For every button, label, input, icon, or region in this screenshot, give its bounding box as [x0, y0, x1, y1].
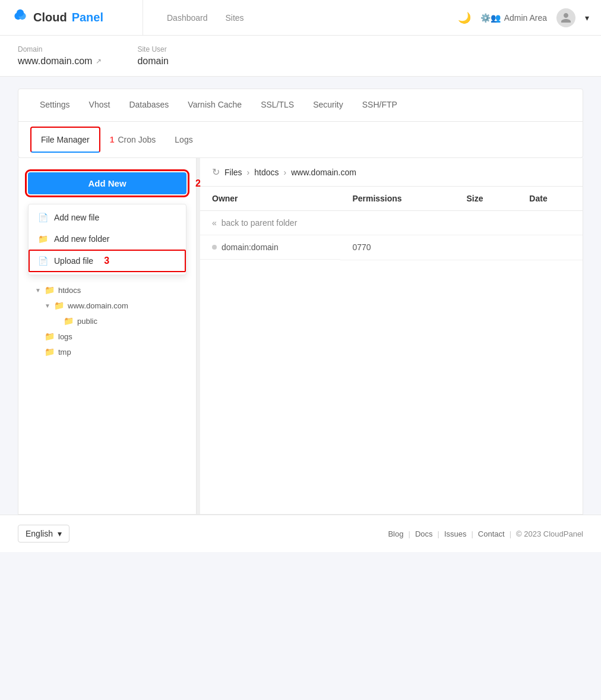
path-root[interactable]: Files: [224, 168, 242, 177]
logo[interactable]: CloudPanel: [12, 8, 131, 28]
tab-databases[interactable]: Databases: [119, 89, 178, 121]
www-folder-icon: 📁: [54, 301, 64, 310]
footer-blog-link[interactable]: Blog: [388, 529, 403, 538]
table-header-row: Owner Permissions Size Date: [200, 187, 583, 211]
svg-point-2: [17, 9, 24, 16]
path-sep-1: ›: [247, 168, 250, 177]
cron-badge: 1: [110, 135, 115, 144]
file-size-cell: [454, 235, 517, 260]
upload-file-icon: 📄: [38, 256, 48, 266]
tab-ssl-tls[interactable]: SSL/TLS: [251, 89, 303, 121]
add-new-wrapper: Add New 2: [18, 168, 196, 199]
cron-jobs-label: Cron Jobs: [118, 135, 156, 144]
external-link-icon[interactable]: ↗: [96, 57, 102, 65]
tab-varnish-cache[interactable]: Varnish Cache: [178, 89, 251, 121]
logo-panel-text: Panel: [72, 11, 103, 24]
refresh-icon[interactable]: ↻: [212, 166, 220, 178]
logs-label: logs: [58, 332, 72, 341]
tree-www-domain-com[interactable]: ▼ 📁 www.domain.com: [23, 298, 191, 313]
nav-sites[interactable]: Sites: [226, 13, 244, 23]
tree-htdocs[interactable]: ▼ 📁 htdocs: [23, 282, 191, 298]
new-folder-icon: 📁: [38, 234, 48, 244]
add-new-folder-item[interactable]: 📁 Add new folder: [29, 228, 186, 250]
add-new-file-item[interactable]: 📄 Add new file: [29, 207, 186, 228]
tab-cron-jobs[interactable]: 1 Cron Jobs: [100, 128, 166, 152]
col-permissions: Permissions: [340, 187, 454, 211]
domain-info: Domain www.domain.com ↗ Site User domain: [0, 36, 601, 77]
public-label: public: [77, 317, 97, 326]
upload-file-label: Upload file: [54, 256, 93, 266]
add-new-file-label: Add new file: [54, 213, 99, 222]
domain-section: Domain www.domain.com ↗: [18, 45, 102, 67]
logs-folder-icon: 📁: [45, 332, 55, 341]
domain-name: www.domain.com: [18, 56, 92, 67]
logo-cloud-text: Cloud: [33, 11, 67, 24]
badge-3: 3: [104, 256, 109, 266]
footer: English ▾ Blog | Docs | Issues | Contact…: [0, 515, 601, 552]
www-arrow: ▼: [45, 302, 50, 309]
file-viewer: ↻ Files › htdocs › www.domain.com Owner …: [200, 158, 583, 514]
site-user-value: domain: [137, 56, 168, 67]
file-date-cell: [517, 235, 583, 260]
file-dot: [212, 245, 217, 250]
tree-tmp[interactable]: 📁 tmp: [23, 344, 191, 360]
language-label: English: [26, 529, 53, 538]
file-tree-nodes: ▼ 📁 htdocs ▼ 📁 www.domain.com 📁 public 📁…: [18, 282, 196, 360]
badge-2: 2: [195, 178, 201, 189]
tmp-label: tmp: [58, 348, 71, 357]
col-owner: Owner: [200, 187, 340, 211]
tree-public[interactable]: 📁 public: [23, 313, 191, 329]
back-icon: «: [212, 218, 217, 228]
back-to-parent-row[interactable]: « back to parent folder: [200, 211, 583, 235]
footer-issues-link[interactable]: Issues: [444, 529, 467, 538]
table-row[interactable]: domain:domain 0770: [200, 235, 583, 260]
tree-logs[interactable]: 📁 logs: [23, 329, 191, 344]
tabs-row-2: File Manager 1 Cron Jobs Logs: [18, 122, 583, 157]
path-sep-2: ›: [283, 168, 286, 177]
lang-dropdown-arrow: ▾: [58, 529, 62, 538]
tab-file-manager[interactable]: File Manager: [30, 127, 100, 153]
path-current: www.domain.com: [291, 168, 356, 177]
dropdown-menu: 📄 Add new file 📁 Add new folder 📄 Upload…: [28, 204, 186, 275]
tab-logs[interactable]: Logs: [165, 128, 202, 152]
file-table: Owner Permissions Size Date « back to pa…: [200, 187, 583, 260]
admin-area-label: Admin Area: [504, 13, 547, 23]
tabs-row-1: Settings Vhost Databases Varnish Cache S…: [18, 89, 583, 122]
site-user-section: Site User domain: [137, 45, 168, 67]
public-folder-icon: 📁: [64, 316, 74, 326]
tab-container: Settings Vhost Databases Varnish Cache S…: [18, 89, 583, 158]
file-permissions-cell: 0770: [340, 235, 454, 260]
footer-links: Blog | Docs | Issues | Contact | © 2023 …: [388, 529, 583, 538]
user-avatar[interactable]: [556, 8, 575, 27]
new-file-icon: 📄: [38, 213, 48, 222]
language-selector[interactable]: English ▾: [18, 525, 69, 543]
file-owner: domain:domain: [222, 242, 279, 252]
htdocs-arrow: ▼: [35, 287, 41, 294]
cloud-icon: [12, 8, 29, 28]
htdocs-label: htdocs: [58, 286, 81, 295]
footer-contact-link[interactable]: Contact: [478, 529, 505, 538]
admin-area[interactable]: ⚙️👥 Admin Area: [480, 13, 547, 23]
back-to-parent-cell: « back to parent folder: [200, 211, 583, 235]
htdocs-folder-icon: 📁: [45, 285, 55, 295]
domain-value: www.domain.com ↗: [18, 56, 102, 67]
header: CloudPanel Dashboard Sites 🌙 ⚙️👥 Admin A…: [0, 0, 601, 36]
user-dropdown-arrow[interactable]: ▾: [585, 13, 589, 23]
footer-docs-link[interactable]: Docs: [415, 529, 433, 538]
tab-security[interactable]: Security: [303, 89, 353, 121]
main-nav: Dashboard Sites: [143, 0, 458, 35]
tab-vhost[interactable]: Vhost: [80, 89, 120, 121]
main-content: Add New 2 📄 Add new file 📁 Add new folde…: [18, 158, 583, 515]
nav-dashboard[interactable]: Dashboard: [167, 13, 208, 23]
dark-mode-icon[interactable]: 🌙: [458, 11, 471, 24]
add-new-button[interactable]: Add New: [28, 172, 186, 194]
tmp-folder-icon: 📁: [45, 347, 55, 357]
tab-ssh-ftp[interactable]: SSH/FTP: [353, 89, 407, 121]
path-htdocs[interactable]: htdocs: [254, 168, 279, 177]
upload-file-item[interactable]: 📄 Upload file 3: [29, 250, 186, 272]
footer-copyright: © 2023 CloudPanel: [516, 529, 583, 538]
www-domain-label: www.domain.com: [68, 301, 128, 310]
add-new-folder-label: Add new folder: [54, 234, 109, 244]
tab-settings[interactable]: Settings: [30, 89, 80, 121]
file-tree-sidebar: Add New 2 📄 Add new file 📁 Add new folde…: [18, 158, 197, 514]
